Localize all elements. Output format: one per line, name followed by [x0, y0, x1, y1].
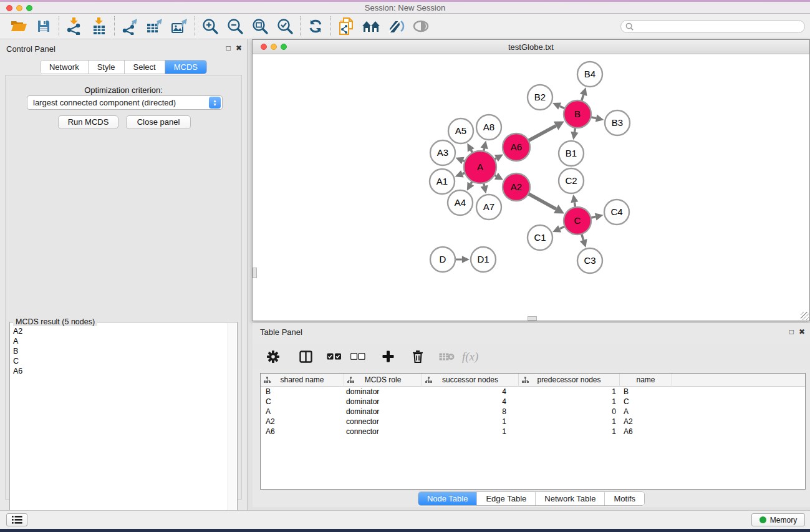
criterion-dropdown[interactable]: largest connected component (directed) ▲… — [27, 95, 223, 110]
column-header-name[interactable]: name — [620, 374, 672, 387]
float-panel-icon[interactable]: □ — [789, 327, 794, 336]
tab-style[interactable]: Style — [88, 60, 124, 74]
column-layout-button[interactable] — [294, 346, 317, 367]
graph-node-label: A5 — [455, 125, 466, 136]
refresh-icon — [307, 18, 324, 34]
search-icon — [625, 22, 634, 31]
zoom-fit-icon — [251, 17, 269, 35]
import-table-icon — [91, 17, 107, 35]
export-network-icon — [121, 17, 138, 35]
column-header-MCDS-role[interactable]: MCDS role — [344, 374, 422, 387]
table-cell: A2 — [620, 417, 672, 427]
graph-edge-arrowhead — [580, 239, 587, 248]
open-file-button[interactable] — [6, 15, 31, 37]
mcds-result-list: A2ABCA6 — [11, 326, 227, 531]
table-cell: A6 — [620, 427, 672, 437]
float-panel-icon[interactable]: □ — [226, 44, 231, 52]
tab-node-table[interactable]: Node Table — [418, 492, 477, 505]
tab-network[interactable]: Network — [41, 60, 88, 74]
zoom-in-button[interactable] — [198, 15, 223, 37]
column-header-predecessor-nodes[interactable]: predecessor nodes — [519, 374, 620, 387]
function-builder-button[interactable]: f(x) — [462, 346, 478, 367]
graph-node-label: D1 — [477, 254, 489, 264]
show-graphics-details-button[interactable] — [408, 15, 433, 37]
criterion-dropdown-value: largest connected component (directed) — [27, 98, 209, 107]
zoom-out-button[interactable] — [223, 15, 248, 37]
tab-network-table[interactable]: Network Table — [535, 492, 604, 505]
memory-label: Memory — [770, 516, 797, 525]
table-cell: dominator — [344, 397, 422, 407]
plus-icon — [382, 351, 394, 362]
graph-node-label: A — [477, 162, 483, 172]
task-history-button[interactable] — [6, 513, 27, 526]
import-table-button[interactable] — [87, 15, 112, 37]
delete-table-button[interactable] — [435, 346, 458, 367]
graph-node-label: C2 — [565, 175, 577, 186]
column-header-successor-nodes[interactable]: successor nodes — [422, 374, 519, 387]
run-mcds-button[interactable]: Run MCDS — [58, 115, 118, 129]
table-cell: 1 — [519, 427, 620, 437]
zoom-fit-button[interactable] — [248, 15, 272, 37]
table-cell: 1 — [422, 427, 519, 437]
close-panel-icon[interactable]: ✖ — [236, 44, 242, 52]
mcds-result-item[interactable]: B — [11, 346, 227, 356]
home-button[interactable] — [359, 15, 383, 37]
table-cell: connector — [344, 427, 422, 437]
table-cell: B — [620, 387, 672, 397]
export-image-button[interactable] — [167, 15, 192, 37]
birdseye-collapse-handle-left[interactable] — [253, 268, 257, 278]
table-row[interactable]: Bdominator41B — [261, 387, 805, 397]
toolbar-separator — [300, 16, 301, 36]
mcds-result-item[interactable]: C — [11, 356, 227, 366]
tab-mcds[interactable]: MCDS — [165, 60, 206, 74]
column-header-shared-name[interactable]: shared name — [261, 374, 344, 387]
toolbar-separator — [114, 16, 115, 36]
mcds-result-item[interactable]: A2 — [11, 326, 227, 336]
graph-node-label: C3 — [584, 255, 595, 266]
birdseye-collapse-handle-bottom[interactable] — [528, 316, 537, 321]
new-network-from-selection-button[interactable] — [334, 15, 359, 37]
hide-graphics-details-button[interactable] — [383, 15, 408, 37]
mcds-result-item[interactable]: A — [11, 336, 227, 346]
table-cell: A — [620, 407, 672, 417]
zoom-selected-button[interactable] — [272, 15, 297, 37]
network-canvas[interactable]: B4B2BB3A8A5A6A3B1AC2A1A2A4A7C4CC1C3DD1 — [253, 54, 809, 321]
graph-edge-arrowhead — [462, 256, 470, 263]
tab-motifs[interactable]: Motifs — [604, 492, 644, 505]
zoom-selected-icon — [276, 17, 294, 35]
select-all-columns-button[interactable] — [322, 346, 346, 367]
close-panel-icon[interactable]: ✖ — [799, 327, 805, 336]
graph-edge-arrowhead — [481, 140, 488, 149]
memory-button[interactable]: Memory — [751, 513, 805, 526]
window-title: Session: New Session — [0, 3, 810, 12]
table-row[interactable]: Cdominator41C — [261, 397, 805, 407]
table-row[interactable]: A2connector11A2 — [261, 417, 805, 427]
search-input[interactable] — [636, 22, 804, 31]
mcds-result-box: MCDS result (5 nodes) A2ABCA6 — [9, 322, 238, 532]
refresh-button[interactable] — [303, 15, 328, 37]
function-builder-label: f(x) — [462, 350, 478, 364]
table-row[interactable]: Adominator80A — [261, 407, 805, 417]
export-table-button[interactable] — [142, 15, 167, 37]
tab-edge-table[interactable]: Edge Table — [476, 492, 535, 505]
tab-select[interactable]: Select — [124, 60, 165, 74]
graph-node-label: C — [574, 215, 581, 226]
close-panel-button[interactable]: Close panel — [126, 115, 191, 129]
import-network-button[interactable] — [62, 15, 87, 37]
column-layout-icon — [299, 351, 312, 363]
create-column-button[interactable] — [376, 346, 400, 367]
mcds-list-scrollbar[interactable] — [228, 323, 236, 531]
unselect-all-columns-button[interactable] — [346, 346, 370, 367]
save-session-button[interactable] — [31, 15, 56, 37]
show-graphics-details-icon — [412, 20, 430, 32]
toolbar-search-field[interactable] — [620, 20, 805, 33]
gear-icon — [266, 350, 280, 364]
optimization-criterion-label: Optimization criterion: — [6, 85, 241, 95]
export-table-icon — [146, 17, 163, 35]
table-row[interactable]: A6connector11A6 — [261, 427, 805, 437]
delete-column-button[interactable] — [406, 346, 430, 367]
export-network-button[interactable] — [117, 15, 142, 37]
mcds-result-item[interactable]: A6 — [11, 366, 227, 376]
table-options-gear-button[interactable] — [261, 346, 285, 367]
window-resize-grip[interactable] — [801, 312, 809, 320]
